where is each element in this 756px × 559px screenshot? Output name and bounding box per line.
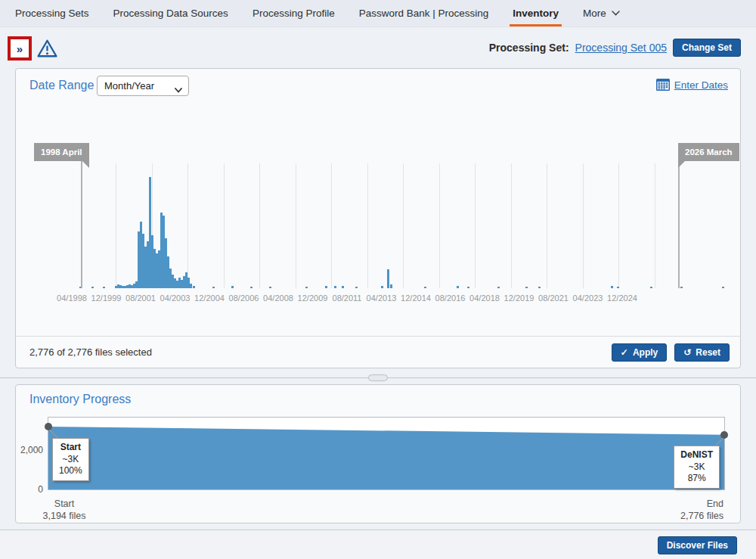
date-range-panel: Date Range Month/Year: [15, 68, 741, 368]
chevron-down-icon: [175, 84, 182, 95]
hist-bar: [103, 287, 105, 288]
hist-bar: [457, 286, 459, 288]
x-tick-label: 04/2023: [573, 293, 603, 303]
hist-bar: [467, 287, 469, 288]
x-tick-label: 12/2014: [401, 293, 431, 303]
x-tick-label: 12/2004: [194, 293, 225, 303]
date-range-footer: 2,776 of 2,776 files selected ✓ Apply ↺ …: [16, 336, 740, 368]
double-chevron-right-icon: »: [17, 42, 23, 55]
calendar-icon: [656, 79, 670, 91]
y-tick-2000: 2,000: [16, 445, 43, 455]
tab-inventory[interactable]: Inventory: [500, 0, 571, 26]
x-tick-label: 04/2013: [367, 293, 397, 303]
x-tick-label: 12/1999: [91, 293, 122, 303]
hist-bar: [680, 287, 683, 288]
hist-bar: [250, 287, 253, 288]
hist-bar: [390, 284, 392, 288]
hist-bar: [231, 286, 234, 288]
hist-bar: [722, 287, 724, 288]
expand-sidebar-button[interactable]: »: [8, 36, 32, 61]
hist-bar: [91, 287, 94, 288]
date-mode-select-value: Month/Year: [104, 80, 154, 92]
x-tick-label: 12/2024: [607, 293, 637, 303]
hist-bar: [424, 287, 426, 288]
tab-processing-profile[interactable]: Processing Profile: [240, 0, 347, 26]
discover-files-button[interactable]: Discover Files: [658, 536, 737, 554]
hist-bar: [538, 287, 541, 288]
left-handle-line[interactable]: [81, 161, 82, 288]
right-handle-line[interactable]: [678, 161, 680, 288]
hist-bar: [611, 286, 613, 288]
x-tick-label: 04/2003: [160, 293, 191, 303]
date-mode-select[interactable]: Month/Year: [97, 76, 189, 96]
progress-area-chart: [48, 417, 725, 490]
inventory-page: Processing SetsProcessing Data SourcesPr…: [0, 0, 756, 559]
hist-bar: [269, 287, 271, 288]
check-icon: ✓: [621, 347, 628, 358]
denist-info-box: DeNIST ~3K 87%: [674, 446, 720, 489]
hist-bar: [305, 287, 308, 288]
hist-bar: [617, 287, 619, 288]
files-selected-text: 2,776 of 2,776 files selected: [29, 346, 152, 358]
right-range-handle[interactable]: 2026 March: [678, 143, 739, 161]
apply-button[interactable]: ✓ Apply: [612, 343, 667, 362]
reset-icon: ↺: [683, 347, 691, 358]
end-axis-label: End 2,776 files: [680, 498, 723, 522]
tab-bar: Processing SetsProcessing Data SourcesPr…: [0, 0, 756, 27]
hist-bar: [212, 287, 215, 288]
histogram-bars: [16, 103, 740, 288]
left-range-handle[interactable]: 1998 April: [34, 143, 89, 161]
tab-password-bank-processing[interactable]: Password Bank | Processing: [347, 0, 501, 26]
start-info-box: Start ~3K 100%: [52, 438, 89, 481]
tab-processing-sets[interactable]: Processing Sets: [3, 0, 101, 26]
hist-bar: [650, 287, 652, 288]
hist-bar: [325, 286, 327, 288]
x-tick-label: 08/2001: [125, 293, 156, 303]
x-tick-label: 04/2018: [469, 293, 500, 303]
tab-more[interactable]: More: [571, 0, 632, 26]
warning-icon[interactable]: [36, 39, 58, 61]
hist-bar: [334, 286, 336, 288]
reset-button[interactable]: ↺ Reset: [674, 343, 730, 362]
x-tick-label: 12/2019: [504, 293, 534, 303]
date-histogram: 1998 April 2026 March 04/199812/199908/2…: [16, 103, 740, 337]
tab-processing-data-sources[interactable]: Processing Data Sources: [101, 0, 240, 26]
hist-bar: [387, 269, 389, 288]
hist-bar: [193, 286, 195, 288]
footer-bar: Discover Files: [0, 529, 756, 559]
splitter-grip-handle[interactable]: [368, 374, 388, 381]
denist-point-marker[interactable]: [720, 431, 728, 439]
change-set-button[interactable]: Change Set: [673, 39, 741, 57]
y-tick-0: 0: [16, 484, 43, 495]
x-tick-label: 04/1998: [57, 293, 87, 303]
start-axis-label: Start 3,194 files: [26, 498, 102, 522]
hist-bar: [525, 287, 528, 288]
chevron-down-icon: [612, 11, 620, 16]
hist-bar: [381, 286, 383, 288]
enter-dates-link[interactable]: Enter Dates: [674, 79, 728, 91]
processing-set-link[interactable]: Processing Set 005: [575, 42, 667, 54]
processing-set-label: Processing Set:: [489, 42, 569, 54]
x-tick-label: 08/2006: [229, 293, 259, 303]
date-range-title: Date Range: [29, 79, 94, 92]
start-point-marker[interactable]: [45, 423, 52, 430]
x-axis-labels: 04/199812/199908/200104/200312/200408/20…: [16, 293, 740, 306]
x-tick-label: 08/2021: [538, 293, 569, 303]
x-tick-label: 08/2016: [435, 293, 466, 303]
x-tick-label: 08/2011: [333, 293, 362, 303]
x-tick-label: 04/2008: [263, 293, 293, 303]
hist-bar: [342, 286, 344, 288]
inventory-progress-panel: Inventory Progress 2,000 0 Start ~3K 100…: [15, 384, 741, 523]
inventory-progress-title: Inventory Progress: [29, 393, 131, 406]
x-tick-label: 12/2009: [298, 293, 328, 303]
date-range-header: Date Range Month/Year: [16, 69, 740, 103]
toolbar: » Processing Set: Processing Set 005 Cha…: [0, 28, 756, 68]
hist-bar: [190, 284, 192, 288]
panel-splitter[interactable]: [0, 374, 756, 383]
hist-bar: [497, 287, 500, 288]
hist-bar: [355, 287, 358, 288]
